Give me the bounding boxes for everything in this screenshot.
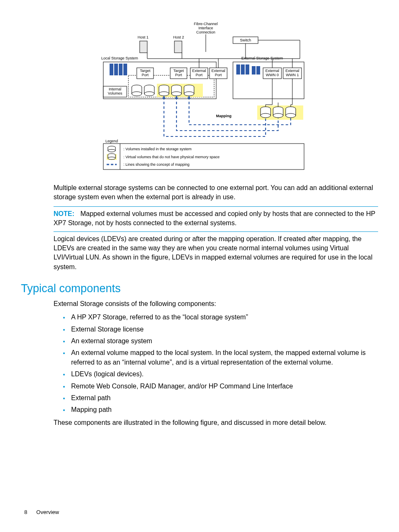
- svg-text:Target: Target: [140, 69, 151, 73]
- svg-point-93: [108, 149, 115, 152]
- list-item: LDEVs (logical devices).: [69, 370, 378, 379]
- svg-fibre-1: Fibre-Channel: [194, 22, 217, 26]
- svg-point-45: [144, 92, 154, 96]
- svg-rect-24: [236, 64, 240, 75]
- paragraph-components-intro: External Storage consists of the followi…: [54, 299, 378, 308]
- list-item: Mapping path: [69, 405, 378, 414]
- svg-point-61: [184, 92, 194, 96]
- mapping-diagram: Fibre-Channel Interface Connection Host …: [91, 21, 308, 176]
- svg-legend2: : Virtual volumes that do not have physi…: [123, 155, 220, 159]
- note-rule-bottom: [54, 231, 378, 232]
- note-rule-top: [54, 206, 378, 207]
- svg-point-51: [159, 92, 169, 96]
- svg-point-77: [286, 113, 296, 118]
- svg-host2: Host 2: [173, 35, 184, 39]
- svg-point-72: [273, 113, 283, 118]
- note-block: NOTE: Mapped external volumes must be ac…: [54, 209, 378, 228]
- page-number: 8: [24, 509, 27, 515]
- local-blue-bars: [110, 64, 127, 75]
- svg-text:Port: Port: [215, 73, 222, 77]
- list-item: External path: [69, 393, 378, 403]
- svg-legend-title: Legend: [105, 139, 118, 143]
- note-label: NOTE:: [54, 210, 74, 217]
- svg-rect-1: [174, 41, 182, 53]
- svg-legend1: : Volumes installed in the storage syste…: [123, 147, 192, 151]
- note-text: Mapped external volumes must be accessed…: [54, 210, 375, 226]
- svg-legend3: : Lines showing the concept of mapping: [123, 162, 189, 167]
- svg-text:External: External: [285, 69, 299, 73]
- svg-rect-9: [119, 64, 123, 75]
- svg-rect-27: [252, 66, 256, 75]
- list-item: A HP XP7 Storage, referred to as the “lo…: [69, 313, 378, 322]
- paragraph-ldevs: Logical devices (LDEVs) are created duri…: [54, 234, 378, 272]
- svg-local-storage: Local Storage System: [101, 56, 138, 60]
- footer-section: Overview: [36, 509, 59, 515]
- svg-fibre-2: Interface: [198, 26, 213, 30]
- svg-mapping: Mapping: [216, 114, 232, 118]
- svg-text:Port: Port: [175, 73, 182, 77]
- page-footer: 8 Overview: [24, 509, 59, 516]
- paragraph-components-outro: These components are illustrated in the …: [54, 418, 378, 427]
- ext-blue-bars: [236, 64, 260, 75]
- svg-ext-storage: External Storage System: [241, 56, 283, 60]
- list-item: External Storage license: [69, 325, 378, 334]
- svg-host1: Host 1: [138, 35, 148, 39]
- list-item: An external volume mapped to the local s…: [69, 348, 378, 367]
- svg-text:WWN 0: WWN 0: [266, 73, 279, 77]
- svg-text:Internal: Internal: [109, 87, 121, 91]
- svg-text:External: External: [192, 69, 206, 73]
- components-list: A HP XP7 Storage, referred to as the “lo…: [54, 313, 378, 415]
- svg-rect-10: [123, 64, 127, 75]
- svg-rect-26: [246, 64, 249, 75]
- list-item: An external storage system: [69, 337, 378, 346]
- svg-rect-7: [110, 64, 113, 75]
- svg-text:Port: Port: [196, 73, 203, 77]
- svg-point-40: [132, 92, 142, 96]
- svg-point-67: [261, 113, 271, 118]
- svg-point-56: [171, 92, 182, 96]
- svg-rect-28: [256, 66, 260, 75]
- svg-text:Volumes: Volumes: [108, 91, 123, 95]
- paragraph-multiple-systems: Multiple external storage systems can be…: [54, 183, 378, 202]
- list-item: Remote Web Console, RAID Manager, and/or…: [69, 382, 378, 391]
- svg-rect-8: [114, 64, 118, 75]
- svg-text:External: External: [265, 69, 279, 73]
- svg-text:Target: Target: [173, 69, 184, 73]
- svg-point-99: [108, 157, 115, 159]
- section-typical-components: Typical components: [21, 281, 378, 297]
- svg-rect-25: [241, 64, 245, 75]
- svg-text:Port: Port: [142, 73, 149, 77]
- svg-text:External: External: [211, 69, 225, 73]
- svg-text:WWN 1: WWN 1: [286, 73, 299, 77]
- svg-rect-0: [140, 41, 147, 53]
- svg-switch: Switch: [240, 38, 251, 42]
- svg-fibre-3: Connection: [196, 30, 215, 34]
